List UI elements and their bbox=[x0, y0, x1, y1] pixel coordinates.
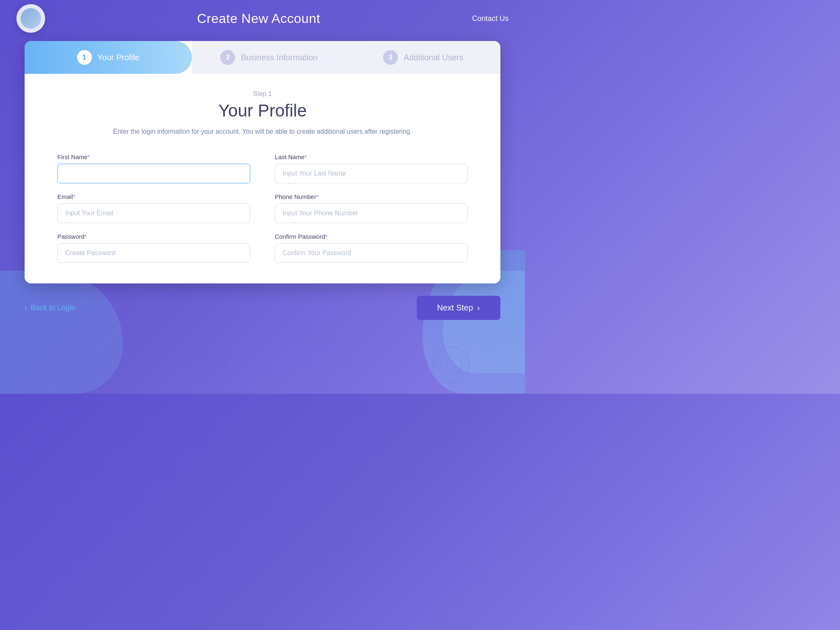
chevron-right-icon: › bbox=[477, 303, 480, 313]
step-1-number: 1 bbox=[77, 50, 92, 65]
last-name-input[interactable] bbox=[275, 164, 468, 183]
steps-nav: 1 Your Profile 2 Business Information 3 … bbox=[25, 41, 500, 74]
contact-us-link[interactable]: Contact Us bbox=[472, 14, 509, 23]
step-3-label: Additional Users bbox=[404, 53, 463, 62]
next-step-button[interactable]: Next Step › bbox=[417, 296, 501, 320]
last-name-group: Last Name* bbox=[275, 153, 468, 183]
form-grid: First Name* Last Name* Email* bbox=[57, 153, 468, 263]
password-group: Password* bbox=[57, 233, 250, 263]
back-to-login-button[interactable]: ‹ Back to Login bbox=[25, 303, 75, 313]
chevron-left-icon: ‹ bbox=[25, 303, 27, 313]
svg-point-12 bbox=[336, 361, 365, 377]
step-2-number: 2 bbox=[220, 50, 235, 65]
first-name-input[interactable] bbox=[57, 164, 250, 183]
confirm-password-input[interactable] bbox=[275, 243, 468, 263]
step-2[interactable]: 2 Business Information bbox=[192, 41, 346, 74]
step-1[interactable]: 1 Your Profile bbox=[25, 41, 192, 74]
main-card: 1 Your Profile 2 Business Information 3 … bbox=[25, 41, 500, 283]
step-indicator: Step 1 bbox=[57, 90, 468, 98]
email-input[interactable] bbox=[57, 203, 250, 223]
step-3[interactable]: 3 Additional Users bbox=[346, 41, 500, 74]
email-label: Email* bbox=[57, 193, 250, 200]
svg-point-9 bbox=[320, 332, 336, 361]
footer: ‹ Back to Login Next Step › bbox=[0, 283, 525, 332]
step-3-number: 3 bbox=[383, 50, 398, 65]
svg-point-10 bbox=[320, 377, 336, 394]
confirm-password-label: Confirm Password* bbox=[275, 233, 468, 240]
first-name-label: First Name* bbox=[57, 153, 250, 160]
logo bbox=[16, 4, 45, 33]
svg-point-7 bbox=[185, 340, 226, 381]
form-description: Enter the login information for your acc… bbox=[57, 126, 468, 137]
step-2-label: Business Information bbox=[241, 53, 317, 62]
last-name-label: Last Name* bbox=[275, 153, 468, 160]
first-name-group: First Name* bbox=[57, 153, 250, 183]
confirm-password-group: Confirm Password* bbox=[275, 233, 468, 263]
page-title: Create New Account bbox=[197, 11, 320, 26]
header: Create New Account Contact Us bbox=[0, 0, 525, 37]
svg-point-11 bbox=[291, 361, 320, 377]
phone-label: Phone Number* bbox=[275, 193, 468, 200]
form-area: Step 1 Your Profile Enter the login info… bbox=[25, 74, 500, 283]
password-label: Password* bbox=[57, 233, 250, 240]
svg-point-8 bbox=[306, 347, 351, 392]
step-1-label: Your Profile bbox=[98, 53, 140, 62]
email-group: Email* bbox=[57, 193, 250, 223]
phone-input[interactable] bbox=[275, 203, 468, 223]
logo-inner bbox=[21, 8, 41, 29]
form-header: Step 1 Your Profile Enter the login info… bbox=[57, 90, 468, 137]
phone-group: Phone Number* bbox=[275, 193, 468, 223]
password-input[interactable] bbox=[57, 243, 250, 263]
form-title: Your Profile bbox=[57, 101, 468, 121]
